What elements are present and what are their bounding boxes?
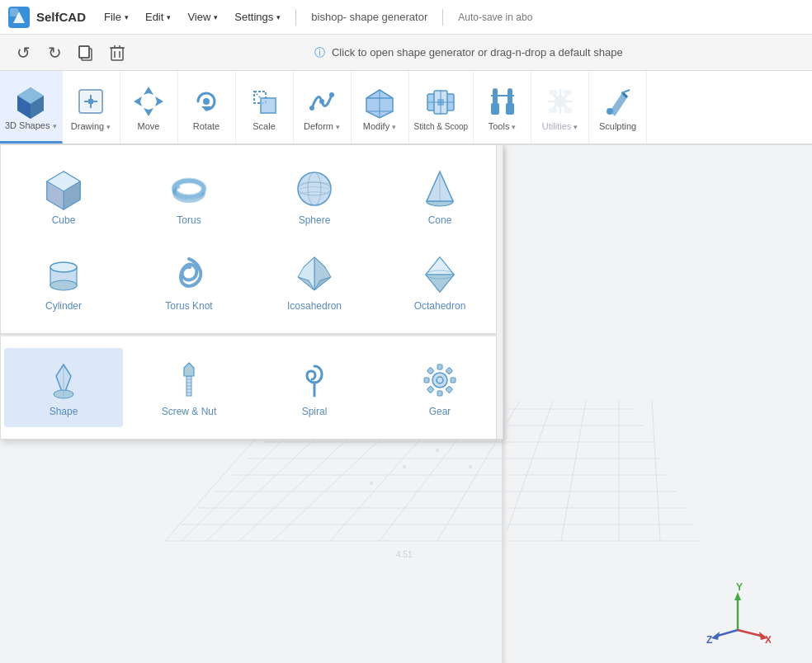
torus-icon xyxy=(167,167,211,211)
shape-screw-nut[interactable]: Screw & Nut xyxy=(130,348,248,427)
shape-icosahedron[interactable]: Icosahedron xyxy=(255,242,374,322)
shapes-grid-top: Cube Torus xyxy=(1,145,503,334)
ribbon-modify[interactable]: Modify ▾ xyxy=(352,71,409,143)
svg-marker-129 xyxy=(734,592,741,600)
svg-rect-96 xyxy=(446,386,452,393)
svg-point-122 xyxy=(370,482,373,485)
shape-shape-icon xyxy=(41,358,86,402)
torus-label: Torus xyxy=(177,214,201,226)
axis-widget: Y X Z xyxy=(705,581,771,647)
drawing-label: Drawing ▾ xyxy=(71,121,111,131)
redo-button[interactable]: ↻ xyxy=(41,40,68,66)
icosahedron-icon xyxy=(292,252,337,297)
svg-point-28 xyxy=(309,106,314,110)
ribbon-scale[interactable]: Scale xyxy=(236,71,294,143)
sphere-label: Sphere xyxy=(299,214,331,226)
svg-point-123 xyxy=(403,465,406,468)
svg-text:4.51: 4.51 xyxy=(396,550,413,559)
cylinder-icon xyxy=(41,252,86,297)
shape-octahedron[interactable]: Octahedron xyxy=(380,242,499,322)
svg-point-124 xyxy=(436,449,439,452)
menu-file[interactable]: File ▾ xyxy=(97,7,135,26)
menu-view[interactable]: View ▾ xyxy=(181,7,224,26)
svg-rect-47 xyxy=(549,90,557,95)
gear-icon xyxy=(418,358,462,402)
logo-icon xyxy=(7,5,31,30)
ribbon-stitch-scoop[interactable]: Stitch & Scoop xyxy=(409,71,474,143)
svg-rect-20 xyxy=(88,99,93,104)
scale-label: Scale xyxy=(253,121,276,131)
autosave-status: Auto-save in abo xyxy=(451,12,539,23)
ribbon-move[interactable]: Move xyxy=(120,71,178,143)
shape-torus-knot[interactable]: Torus Knot xyxy=(130,242,248,322)
svg-point-67 xyxy=(50,262,77,272)
torus-knot-label: Torus Knot xyxy=(165,300,212,312)
deform-icon xyxy=(304,83,340,120)
svg-rect-49 xyxy=(549,108,557,113)
svg-point-51 xyxy=(607,108,613,115)
svg-rect-6 xyxy=(111,48,123,60)
menu-divider-2 xyxy=(442,9,443,26)
svg-rect-99 xyxy=(424,378,429,383)
svg-point-60 xyxy=(298,172,331,205)
svg-marker-84 xyxy=(184,363,194,376)
ribbon-deform[interactable]: Deform ▾ xyxy=(294,71,352,143)
shape-shape[interactable]: Shape xyxy=(4,348,123,427)
ribbon-rotate[interactable]: Rotate xyxy=(178,71,236,143)
svg-rect-41 xyxy=(491,103,499,115)
svg-rect-94 xyxy=(446,367,452,374)
shape-sphere[interactable]: Sphere xyxy=(255,157,374,236)
ribbon-sculpting[interactable]: Sculpting xyxy=(589,71,647,143)
svg-rect-50 xyxy=(564,108,572,113)
rotate-label: Rotate xyxy=(193,121,220,131)
deform-label: Deform ▾ xyxy=(304,121,340,131)
svg-rect-97 xyxy=(437,391,442,396)
svg-rect-98 xyxy=(427,386,433,393)
delete-button[interactable] xyxy=(104,40,130,66)
shape-torus[interactable]: Torus xyxy=(130,157,248,236)
shape-shape-label: Shape xyxy=(50,406,78,417)
octahedron-label: Octahedron xyxy=(414,300,466,312)
gear-label: Gear xyxy=(429,406,451,417)
ribbon-tools[interactable]: Tools ▾ xyxy=(474,71,531,143)
sphere-icon xyxy=(292,167,337,211)
svg-point-68 xyxy=(50,280,77,290)
svg-rect-43 xyxy=(506,103,514,115)
copy-button[interactable] xyxy=(73,40,99,66)
stitch-scoop-label: Stitch & Scoop xyxy=(414,122,469,131)
hint-icon: ⓘ xyxy=(314,46,325,59)
svg-line-119 xyxy=(561,401,586,541)
cube-icon xyxy=(41,167,86,211)
cone-label: Cone xyxy=(428,214,452,226)
svg-rect-26 xyxy=(261,98,276,113)
screw-nut-icon xyxy=(167,358,211,402)
shapes-grid-bottom: Shape Screw & Nut xyxy=(1,336,503,439)
shape-cube[interactable]: Cube xyxy=(4,157,123,236)
modify-label: Modify ▾ xyxy=(363,121,396,131)
ribbon-drawing[interactable]: Drawing ▾ xyxy=(63,71,120,143)
document-title: bishop- shape generator xyxy=(304,11,434,23)
shape-gear[interactable]: Gear xyxy=(380,348,499,427)
scale-icon xyxy=(246,83,282,120)
menu-divider-1 xyxy=(295,9,296,26)
undo-button[interactable]: ↺ xyxy=(10,40,36,66)
svg-point-29 xyxy=(319,99,324,104)
panel-scrollbar[interactable] xyxy=(496,145,503,439)
drawing-icon xyxy=(73,83,109,120)
shape-cone[interactable]: Cone xyxy=(380,157,499,236)
svg-text:X: X xyxy=(765,634,771,646)
svg-marker-135 xyxy=(711,632,720,640)
shape-cylinder[interactable]: Cylinder xyxy=(4,242,123,322)
svg-text:Y: Y xyxy=(736,581,743,593)
menu-edit[interactable]: Edit ▾ xyxy=(139,7,177,26)
cone-icon xyxy=(418,167,462,211)
menu-settings[interactable]: Settings ▾ xyxy=(228,7,287,26)
ribbon-3d-shapes[interactable]: 3D Shapes ▾ xyxy=(0,71,63,143)
svg-marker-22 xyxy=(134,96,163,106)
spiral-label: Spiral xyxy=(302,406,328,417)
shape-spiral[interactable]: Spiral xyxy=(255,348,374,427)
svg-rect-95 xyxy=(451,378,456,383)
ribbon-utilities[interactable]: Utilities ▾ xyxy=(531,71,589,143)
svg-line-52 xyxy=(621,90,630,93)
hint-bar: ⓘ Click to open shape generator or drag-… xyxy=(135,45,802,60)
